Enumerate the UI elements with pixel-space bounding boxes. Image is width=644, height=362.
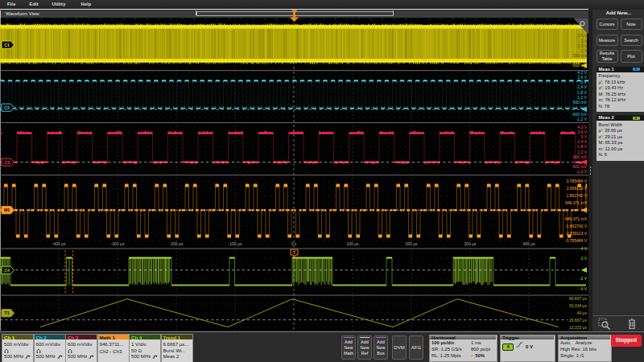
svg-text:1.2 V: 1.2 V <box>577 95 587 100</box>
svg-text:26.667 µs: 26.667 µs <box>569 318 588 323</box>
svg-text:C4: C4 <box>4 268 10 273</box>
svg-text:4 V: 4 V <box>580 245 587 250</box>
svg-text:3 V: 3 V <box>580 134 587 139</box>
svg-text:2.839113 V: 2.839113 V <box>567 186 588 191</box>
svg-text:1.2 V: 1.2 V <box>577 149 587 154</box>
svg-text:600 mV: 600 mV <box>573 154 588 158</box>
svg-text:2.4 V: 2.4 V <box>577 84 587 89</box>
svg-text:-2 V: -2 V <box>580 276 588 281</box>
svg-text:C1: C1 <box>4 43 10 47</box>
svg-text:-2.839113 V: -2.839113 V <box>565 230 588 235</box>
svg-text:1.892742 V: 1.892742 V <box>566 193 587 198</box>
svg-text:T: T <box>293 250 296 255</box>
svg-text:600 mV: 600 mV <box>573 100 588 105</box>
svg-text:3.6 V: 3.6 V <box>577 75 587 80</box>
svg-text:-200 µs: -200 µs <box>170 241 184 246</box>
svg-text:-500 mV: -500 mV <box>572 63 588 68</box>
svg-text:-100 µs: -100 µs <box>229 241 242 246</box>
svg-text:4.2 V: 4.2 V <box>577 124 587 129</box>
svg-text:300 µs: 300 µs <box>464 241 477 246</box>
svg-text:53.334 µs: 53.334 µs <box>569 302 588 307</box>
svg-text:100 µs: 100 µs <box>346 241 359 246</box>
svg-text:1 V: 1 V <box>580 48 587 53</box>
svg-text:3 V: 3 V <box>580 80 587 84</box>
svg-text:500 mV: 500 mV <box>573 53 588 58</box>
svg-text:400 µs: 400 µs <box>522 241 535 246</box>
svg-text:C2: C2 <box>4 105 10 110</box>
svg-text:T1: T1 <box>4 311 9 315</box>
svg-text:-1.2 V: -1.2 V <box>576 117 588 121</box>
svg-text:-1.2 V: -1.2 V <box>576 169 588 174</box>
svg-text:-600 mV: -600 mV <box>572 112 588 117</box>
svg-text:1.5 V: 1.5 V <box>577 43 587 47</box>
svg-text:2.5 V: 2.5 V <box>577 33 587 38</box>
svg-text:40 µs: 40 µs <box>577 311 588 315</box>
svg-text:3.785484 V: 3.785484 V <box>566 179 587 183</box>
svg-text:C3: C3 <box>4 159 10 164</box>
svg-text:0 s: 0 s <box>291 241 297 246</box>
svg-text:946.371 mV: 946.371 mV <box>565 200 588 205</box>
svg-text:1.8 V: 1.8 V <box>577 89 587 94</box>
svg-text:200 µs: 200 µs <box>405 241 418 246</box>
svg-text:-4 V: -4 V <box>580 286 588 291</box>
svg-text:2 V: 2 V <box>580 256 587 261</box>
svg-text:66.667 µs: 66.667 µs <box>569 295 588 300</box>
svg-text:-946.371 mV: -946.371 mV <box>564 216 587 220</box>
svg-text:3.6 V: 3.6 V <box>577 129 587 134</box>
svg-text:-3.785484 V: -3.785484 V <box>565 237 588 242</box>
svg-text:-400 µs: -400 µs <box>52 241 66 246</box>
svg-text:-600 mV: -600 mV <box>572 164 588 169</box>
svg-text:1.8 V: 1.8 V <box>577 144 587 149</box>
svg-text:4.2 V: 4.2 V <box>577 69 587 74</box>
svg-text:13.333 µs: 13.333 µs <box>569 324 588 329</box>
svg-text:-1.892742 V: -1.892742 V <box>565 223 588 228</box>
svg-text:-300 µs: -300 µs <box>111 241 125 246</box>
svg-text:2 V: 2 V <box>580 38 587 43</box>
svg-text:M1: M1 <box>4 208 10 212</box>
svg-text:2.4 V: 2.4 V <box>577 139 587 144</box>
